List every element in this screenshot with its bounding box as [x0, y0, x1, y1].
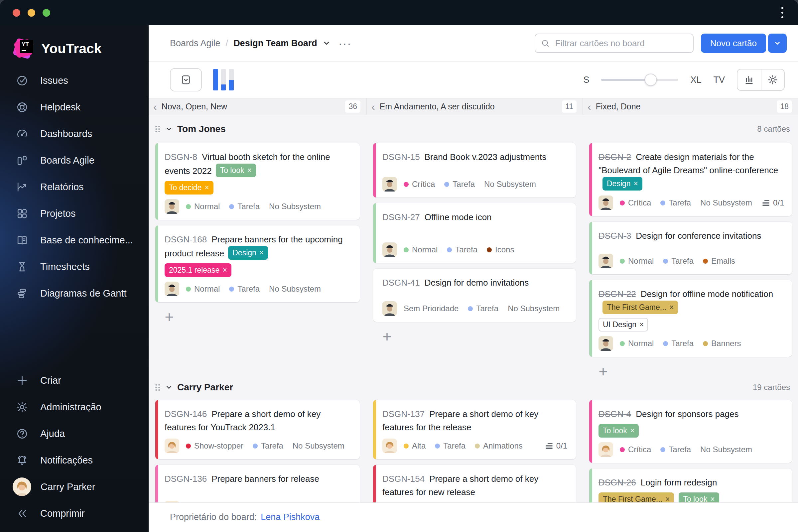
remove-tag-icon[interactable]: × [630, 426, 634, 435]
field-animations[interactable]: Animations [475, 441, 523, 451]
tag-design[interactable]: Design× [228, 246, 268, 260]
sidebar-item-ajuda[interactable]: Ajuda [0, 420, 149, 447]
field-tarefa[interactable]: Tarefa [229, 202, 260, 211]
card-dsgn-27[interactable]: DSGN-27Offline mode iconNormalTarefaIcon… [373, 203, 576, 263]
field-tarefa[interactable]: Tarefa [660, 198, 691, 208]
chevron-down-icon[interactable] [165, 384, 173, 391]
field-no-subsystem[interactable]: No Subsystem [484, 179, 536, 189]
sidebar-item-timesheets[interactable]: Timesheets [0, 253, 149, 280]
card-size-slider[interactable] [601, 79, 678, 81]
search-input[interactable] [555, 38, 688, 49]
board-owner-link[interactable]: Lena Pishkova [261, 512, 320, 522]
field-tarefa[interactable]: Tarefa [444, 179, 475, 189]
swimlane-header[interactable]: Tom Jones8 cartões [149, 115, 798, 143]
card-dsgn-41[interactable]: DSGN-41Design for demo invitationsSem Pr… [373, 269, 576, 322]
minimize-window-button[interactable] [27, 9, 35, 17]
field-icons[interactable]: Icons [487, 245, 514, 254]
zoom-window-button[interactable] [42, 9, 50, 17]
breadcrumb-boards-agile[interactable]: Boards Agile [170, 38, 221, 49]
remove-tag-icon[interactable]: × [259, 248, 264, 257]
field-tarefa[interactable]: Tarefa [435, 441, 466, 451]
field-normal[interactable]: Normal [186, 284, 220, 293]
field-no-subsystem[interactable]: No Subsystem [700, 445, 752, 454]
field-cr-tica[interactable]: Crítica [620, 445, 651, 454]
sidebar-item-comprimir[interactable]: Comprimir [0, 500, 149, 527]
card-dsgn-26[interactable]: DSGN-26Login form redesignThe First Game… [589, 469, 792, 502]
remove-tag-icon[interactable]: × [205, 183, 209, 192]
card-dsgn-15[interactable]: DSGN-15Brand Book v.2023 adjustmentsCrít… [373, 143, 576, 197]
page-title[interactable]: Design Team Board [233, 38, 317, 49]
drag-handle-icon[interactable] [154, 383, 161, 392]
field-normal[interactable]: Normal [404, 245, 438, 254]
board-switcher-chevron-icon[interactable] [323, 39, 330, 47]
field-emails[interactable]: Emails [703, 256, 735, 266]
tv-mode-button[interactable]: TV [713, 75, 725, 85]
sidebar-item-criar[interactable]: Criar [0, 367, 149, 394]
sidebar-item-base-de-conhecime[interactable]: Base de conhecime... [0, 227, 149, 253]
card-size-slider-thumb[interactable] [644, 74, 657, 86]
card-dsgn-154[interactable]: DSGN-154Prepare a short demo of key feat… [373, 465, 576, 502]
card-dsgn-2[interactable]: DSGN-2Create design materials for the "B… [589, 143, 792, 216]
field-tarefa[interactable]: Tarefa [229, 284, 260, 293]
remove-tag-icon[interactable]: × [634, 179, 638, 188]
sidebar-item-carry-parker[interactable]: Carry Parker [0, 474, 149, 500]
field-no-subsystem[interactable]: No Subsystem [700, 198, 752, 208]
field-tarefa[interactable]: Tarefa [660, 445, 691, 454]
tag-to-decide[interactable]: To decide× [165, 181, 213, 194]
card-dsgn-8[interactable]: DSGN-8Virtual booth sketch for the onlin… [155, 143, 360, 220]
board-settings-button[interactable] [761, 70, 784, 90]
field-no-subsystem[interactable]: No Subsystem [292, 441, 344, 451]
sidebar-item-issues[interactable]: Issues [0, 67, 149, 94]
field-normal[interactable]: Normal [186, 202, 220, 211]
remove-tag-icon[interactable]: × [665, 495, 670, 502]
sidebar-item-notifica-es[interactable]: Notificações [0, 447, 149, 474]
close-window-button[interactable] [13, 9, 20, 17]
tag-2025-1-release[interactable]: 2025.1 release× [165, 263, 231, 277]
remove-tag-icon[interactable]: × [669, 303, 673, 311]
sidebar-item-dashboards[interactable]: Dashboards [0, 120, 149, 147]
sidebar-item-administra-o[interactable]: Administração [0, 394, 149, 420]
sidebar-item-projetos[interactable]: Projetos [0, 200, 149, 227]
chevron-down-icon[interactable] [165, 125, 173, 133]
remove-tag-icon[interactable]: × [710, 495, 715, 502]
window-kebab-menu-icon[interactable] [779, 5, 785, 20]
add-card-button[interactable]: + [162, 309, 176, 324]
add-card-button[interactable]: + [596, 364, 610, 379]
field-normal[interactable]: Normal [620, 256, 654, 266]
drag-handle-icon[interactable] [154, 125, 161, 133]
tag-design[interactable]: Design× [603, 177, 642, 191]
tag-the-first-game[interactable]: The First Game...× [598, 492, 674, 502]
field-sem-prioridade[interactable]: Sem Prioridade [404, 304, 458, 313]
field-normal[interactable]: Normal [620, 339, 654, 348]
card-dsgn-22[interactable]: DSGN-22Design for offline mode notificat… [589, 280, 792, 357]
field-no-subsystem[interactable]: No Subsystem [508, 304, 559, 313]
board-statistics-button[interactable] [738, 70, 761, 90]
field-tarefa[interactable]: Tarefa [663, 256, 694, 266]
remove-tag-icon[interactable]: × [247, 166, 252, 174]
add-card-button[interactable]: + [380, 329, 394, 344]
tag-to-look[interactable]: To look× [216, 164, 256, 177]
sidebar-item-diagramas-de-gantt[interactable]: Diagramas de Gantt [0, 280, 149, 307]
sidebar-item-boards-agile[interactable]: Boards Agile [0, 147, 149, 174]
tag-to-look[interactable]: To look× [598, 424, 639, 438]
tag-the-first-game[interactable]: The First Game...× [603, 301, 678, 314]
youtrack-logo[interactable]: YT YouTrack [0, 25, 149, 67]
new-card-button[interactable]: Novo cartão [701, 34, 766, 53]
field-show-stopper[interactable]: Show-stopper [186, 441, 243, 451]
card-dsgn-168[interactable]: DSGN-168Prepare banners for the upcoming… [155, 225, 360, 302]
card-dsgn-4[interactable]: DSGN-4Design for sponsors pagesTo look×C… [589, 400, 792, 463]
card-dsgn-137[interactable]: DSGN-137Prepare a short demo of key feat… [373, 400, 576, 459]
tag-to-look[interactable]: To look× [679, 492, 719, 502]
field-tarefa[interactable]: Tarefa [663, 339, 694, 348]
sidebar-item-helpdesk[interactable]: Helpdesk [0, 94, 149, 120]
card-dsgn-3[interactable]: DSGN-3Design for conference invitationsN… [589, 222, 792, 274]
field-tarefa[interactable]: Tarefa [447, 245, 477, 254]
remove-tag-icon[interactable]: × [223, 266, 227, 274]
card-dsgn-146[interactable]: DSGN-146Prepare a short demo of key feat… [155, 400, 360, 459]
field-no-subsystem[interactable]: No Subsystem [269, 202, 321, 211]
tag-ui-design[interactable]: UI Design× [598, 318, 648, 331]
field-tarefa[interactable]: Tarefa [253, 441, 283, 451]
field-cr-tica[interactable]: Crítica [404, 179, 435, 189]
field-no-subsystem[interactable]: No Subsystem [269, 284, 321, 293]
card-dsgn-136[interactable]: DSGN-136Prepare banners for release [155, 465, 360, 502]
